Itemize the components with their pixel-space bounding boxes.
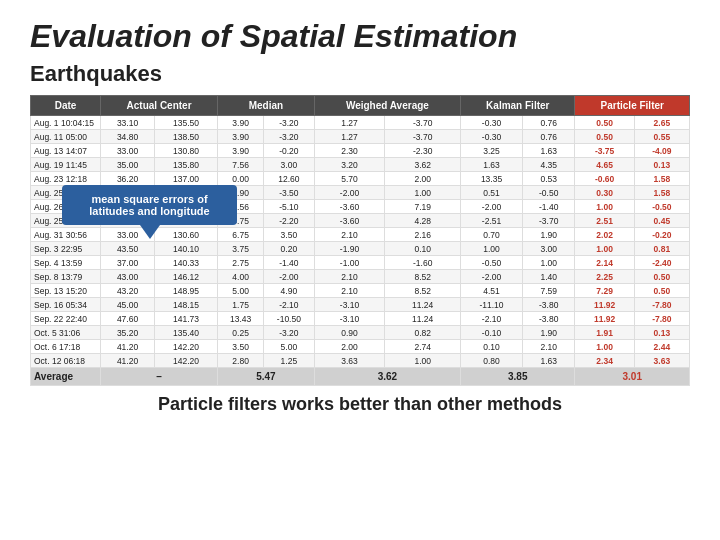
table-cell: 1.63	[522, 354, 575, 368]
table-cell: 2.34	[575, 354, 634, 368]
table-cell: -5.10	[264, 200, 315, 214]
table-cell: -1.40	[522, 200, 575, 214]
table-cell: 33.00	[101, 144, 155, 158]
table-cell: 0.30	[575, 186, 634, 200]
table-cell: 0.10	[461, 340, 523, 354]
table-cell: -2.00	[461, 270, 523, 284]
table-cell: Aug. 19 11:45	[31, 158, 101, 172]
table-cell: -2.10	[264, 298, 315, 312]
table-cell: 5.70	[314, 172, 385, 186]
table-cell: 33.10	[101, 116, 155, 130]
table-cell: 41.20	[101, 354, 155, 368]
table-cell: 34.80	[101, 130, 155, 144]
table-cell: 6.75	[218, 228, 264, 242]
table-cell: 11.24	[385, 312, 461, 326]
table-cell: 12.60	[264, 172, 315, 186]
table-cell: 0.45	[634, 214, 689, 228]
table-cell: -0.50	[461, 256, 523, 270]
table-cell: 3.00	[522, 242, 575, 256]
table-cell: Aug. 11 05:00	[31, 130, 101, 144]
table-row: Aug. 1 10:04:1533.10135.503.90-3.201.27-…	[31, 116, 690, 130]
tooltip-text: mean square errors of latitudes and long…	[89, 193, 209, 217]
table-cell: 148.95	[155, 284, 218, 298]
table-cell: 2.10	[314, 228, 385, 242]
table-row: Aug. 23 12:1836.20137.000.0012.605.702.0…	[31, 172, 690, 186]
table-cell: 0.50	[634, 270, 689, 284]
col-header-median: Median	[218, 96, 315, 116]
table-row: Sep. 8 13:7943.00146.124.00-2.002.108.52…	[31, 270, 690, 284]
table-cell: 0.50	[575, 130, 634, 144]
table-cell: 2.00	[314, 340, 385, 354]
table-cell: -3.20	[264, 130, 315, 144]
table-row: Aug. 31 30:5633.00130.606.753.502.102.16…	[31, 228, 690, 242]
table-cell: 3.00	[264, 158, 315, 172]
table-row: Sep. 4 13:5937.00140.332.75-1.40-1.00-1.…	[31, 256, 690, 270]
table-cell: 2.80	[218, 354, 264, 368]
table-cell: 135.50	[155, 116, 218, 130]
table-cell: 0.76	[522, 130, 575, 144]
table-cell: -1.00	[314, 256, 385, 270]
table-cell: 1.90	[522, 326, 575, 340]
col-header-actual: Actual Center	[101, 96, 218, 116]
table-cell: -0.20	[634, 228, 689, 242]
table-cell: 41.20	[101, 340, 155, 354]
table-cell: 35.00	[101, 158, 155, 172]
table-cell: Sep. 16 05:34	[31, 298, 101, 312]
table-cell: 0.90	[314, 326, 385, 340]
table-cell: 3.90	[218, 116, 264, 130]
table-cell: 135.40	[155, 326, 218, 340]
table-cell: 3.25	[461, 144, 523, 158]
table-cell: 7.29	[575, 284, 634, 298]
table-cell: 45.00	[101, 298, 155, 312]
table-cell: Oct. 5 31:06	[31, 326, 101, 340]
table-cell: 35.20	[101, 326, 155, 340]
table-cell: 1.25	[264, 354, 315, 368]
table-cell: 3.62	[385, 158, 461, 172]
table-cell: 3.90	[218, 130, 264, 144]
table-row: Oct. 12 06:1841.20142.202.801.253.631.00…	[31, 354, 690, 368]
table-cell: 3.90	[218, 144, 264, 158]
table-cell: 0.76	[522, 116, 575, 130]
table-row: Aug. 11 05:0034.80138.503.90-3.201.27-3.…	[31, 130, 690, 144]
table-cell: 4.90	[264, 284, 315, 298]
table-cell: 142.20	[155, 354, 218, 368]
table-cell: Sep. 8 13:79	[31, 270, 101, 284]
table-cell: 13.43	[218, 312, 264, 326]
table-cell: 4.65	[575, 158, 634, 172]
table-cell: -1.90	[314, 242, 385, 256]
table-cell: Oct. 6 17:18	[31, 340, 101, 354]
table-cell: 0.82	[385, 326, 461, 340]
table-cell: -3.70	[522, 214, 575, 228]
table-cell: -2.20	[264, 214, 315, 228]
table-cell: 1.27	[314, 130, 385, 144]
table-cell: 1.00	[575, 340, 634, 354]
table-cell: 1.75	[218, 298, 264, 312]
table-cell: 1.00	[575, 200, 634, 214]
table-cell: 2.10	[314, 270, 385, 284]
table-cell: -2.30	[385, 144, 461, 158]
table-cell: 1.00	[385, 354, 461, 368]
table-cell: 8.52	[385, 270, 461, 284]
table-cell: 3.63	[634, 354, 689, 368]
table-cell: 140.33	[155, 256, 218, 270]
table-cell: 0.00	[218, 172, 264, 186]
table-cell: -2.51	[461, 214, 523, 228]
table-cell: 4.35	[522, 158, 575, 172]
table-cell: -2.00	[264, 270, 315, 284]
table-cell: 43.20	[101, 284, 155, 298]
avg-cell: 5.47	[218, 368, 315, 386]
table-cell: 1.91	[575, 326, 634, 340]
table-cell: -3.75	[575, 144, 634, 158]
table-cell: 1.00	[461, 242, 523, 256]
table-cell: 7.19	[385, 200, 461, 214]
table-cell: -3.50	[264, 186, 315, 200]
table-cell: 47.60	[101, 312, 155, 326]
table-cell: 1.00	[385, 186, 461, 200]
table-cell: 7.56	[218, 158, 264, 172]
col-header-weighed: Weighed Average	[314, 96, 460, 116]
table-row: Sep. 13 15:2043.20148.955.004.902.108.52…	[31, 284, 690, 298]
table-cell: -7.80	[634, 312, 689, 326]
table-cell: 0.50	[634, 284, 689, 298]
table-cell: 142.20	[155, 340, 218, 354]
table-cell: 4.00	[218, 270, 264, 284]
